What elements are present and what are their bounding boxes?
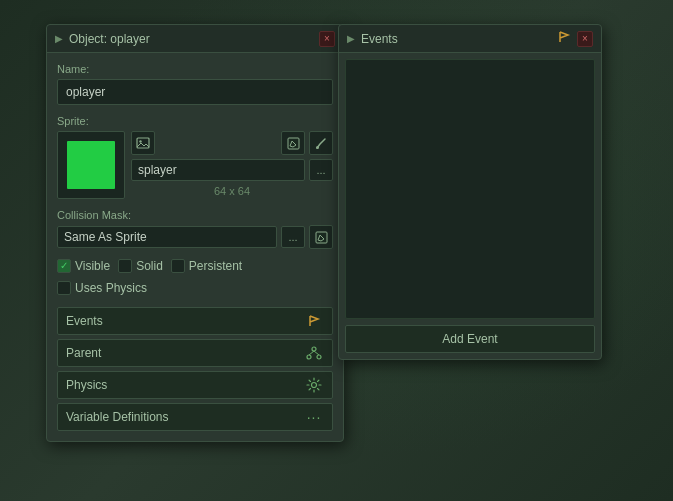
sprite-green-box [67, 141, 115, 189]
collision-row: ... [57, 225, 333, 249]
uses-physics-checkbox-item: Uses Physics [57, 281, 147, 295]
events-panel-header: ▶ Events × [339, 25, 601, 53]
persistent-checkbox-item: Persistent [171, 259, 242, 273]
physics-gear-icon [304, 375, 324, 395]
sprite-controls: ... 64 x 64 [131, 131, 333, 197]
parent-circles-icon [304, 343, 324, 363]
sprite-color-button[interactable] [309, 131, 333, 155]
object-panel-body: Name: Sprite: [47, 53, 343, 441]
object-panel-header: ▶ Object: oplayer × [47, 25, 343, 53]
action-buttons: Events Parent [57, 307, 333, 431]
parent-label: Parent [66, 346, 101, 360]
svg-point-3 [316, 146, 319, 149]
events-panel-title: Events [361, 32, 398, 46]
object-panel: ▶ Object: oplayer × Name: Sprite: [46, 24, 344, 442]
collision-edit-button[interactable] [309, 225, 333, 249]
sprite-row: ... 64 x 64 [57, 131, 333, 199]
collision-section: Collision Mask: ... [57, 209, 333, 249]
sprite-label: Sprite: [57, 115, 333, 127]
svg-line-9 [314, 351, 319, 355]
solid-checkbox[interactable] [118, 259, 132, 273]
variable-definitions-dots-icon: ··· [304, 407, 324, 427]
sprite-name-row: ... [131, 159, 333, 181]
svg-point-10 [312, 383, 317, 388]
svg-point-5 [312, 347, 316, 351]
collision-more-button[interactable]: ... [281, 226, 305, 248]
solid-label: Solid [136, 259, 163, 273]
object-panel-title: Object: oplayer [69, 32, 150, 46]
visible-checkbox-item: ✓ Visible [57, 259, 110, 273]
svg-point-6 [307, 355, 311, 359]
visible-label: Visible [75, 259, 110, 273]
variable-definitions-label: Variable Definitions [66, 410, 169, 424]
variable-definitions-button[interactable]: Variable Definitions ··· [57, 403, 333, 431]
persistent-label: Persistent [189, 259, 242, 273]
sprite-browse-button[interactable] [131, 131, 155, 155]
sprite-more-button[interactable]: ... [309, 159, 333, 181]
events-collapse-arrow-icon[interactable]: ▶ [347, 33, 355, 44]
visible-checkbox[interactable]: ✓ [57, 259, 71, 273]
sprite-edit-button[interactable] [281, 131, 305, 155]
physics-label: Physics [66, 378, 107, 392]
events-panel-close-button[interactable]: × [577, 31, 593, 47]
sprite-name-input[interactable] [131, 159, 305, 181]
physics-button[interactable]: Physics [57, 371, 333, 399]
events-label: Events [66, 314, 103, 328]
events-flag-header-icon [557, 30, 571, 47]
svg-rect-4 [316, 232, 327, 243]
add-event-button[interactable]: Add Event [345, 325, 595, 353]
name-input[interactable] [57, 79, 333, 105]
collapse-arrow-icon[interactable]: ▶ [55, 33, 63, 44]
persistent-checkbox[interactable] [171, 259, 185, 273]
solid-checkbox-item: Solid [118, 259, 163, 273]
events-button[interactable]: Events [57, 307, 333, 335]
uses-physics-checkbox[interactable] [57, 281, 71, 295]
svg-rect-0 [137, 138, 149, 148]
collision-input[interactable] [57, 226, 277, 248]
sprite-size: 64 x 64 [131, 185, 333, 197]
workspace: ▶ Object: oplayer × Name: Sprite: [0, 0, 673, 501]
checkboxes-row: ✓ Visible Solid Persistent Uses Physics [57, 259, 333, 295]
object-panel-close-button[interactable]: × [319, 31, 335, 47]
name-label: Name: [57, 63, 333, 75]
uses-physics-label: Uses Physics [75, 281, 147, 295]
collision-label: Collision Mask: [57, 209, 333, 221]
events-panel: ▶ Events × Add Event [338, 24, 602, 360]
parent-button[interactable]: Parent [57, 339, 333, 367]
sprite-section: Sprite: [57, 115, 333, 199]
events-flag-icon [304, 311, 324, 331]
sprite-preview [57, 131, 125, 199]
svg-line-8 [309, 351, 314, 355]
svg-point-7 [317, 355, 321, 359]
svg-rect-2 [288, 138, 299, 149]
sprite-icon-row [131, 131, 333, 155]
events-content-area [345, 59, 595, 319]
svg-point-1 [139, 140, 141, 142]
